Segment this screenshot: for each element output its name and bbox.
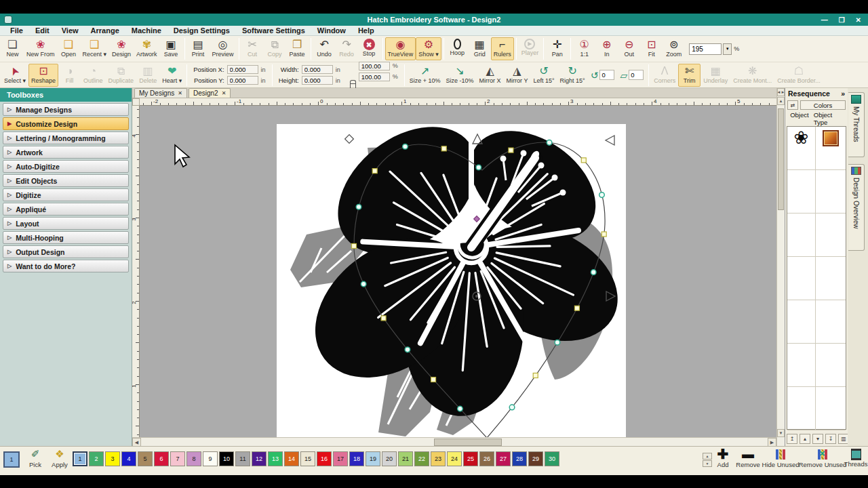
spin-up-icon[interactable]: ▲ xyxy=(703,453,712,460)
scale-input[interactable] xyxy=(359,62,390,70)
in-button[interactable]: ⊕In xyxy=(595,37,618,60)
scroll-down-icon[interactable]: ▼ xyxy=(777,429,785,437)
color-swatch-11[interactable]: 11 xyxy=(235,451,250,466)
zoom-dropdown-icon[interactable]: ▾ xyxy=(723,43,732,55)
toolbox-item-multi-hooping[interactable]: ▷Multi-Hooping xyxy=(3,231,129,244)
paste-button[interactable]: ❐Paste xyxy=(286,37,309,60)
menu-edit[interactable]: Edit xyxy=(29,26,56,35)
toolbox-item-want-to-do-more[interactable]: ▷Want to do More? xyxy=(3,260,129,272)
select-button[interactable]: ➤Select ▾ xyxy=(1,64,28,87)
corner-node[interactable] xyxy=(533,373,538,378)
corner-node[interactable] xyxy=(381,316,386,321)
color-swatch-14[interactable]: 14 xyxy=(284,451,299,466)
scroll-up-icon[interactable]: ▲ xyxy=(777,97,785,105)
color-swatch-28[interactable]: 28 xyxy=(512,451,527,466)
corner-node[interactable] xyxy=(509,148,513,152)
horizontal-scrollbar[interactable]: ◀ ▶ xyxy=(132,437,776,446)
color-swatch-29[interactable]: 29 xyxy=(528,451,543,466)
pan-button[interactable]: ✛Pan xyxy=(546,37,568,60)
color-swatch-25[interactable]: 25 xyxy=(463,451,478,466)
resequence-row[interactable] xyxy=(787,344,846,387)
color-swatch-4[interactable]: 4 xyxy=(121,451,136,466)
undo-button[interactable]: ↶Undo xyxy=(313,37,336,60)
menu-file[interactable]: File xyxy=(4,26,29,35)
design-workspace[interactable] xyxy=(140,106,776,437)
recent-button[interactable]: ❑Recent ▾ xyxy=(80,37,110,60)
vertical-scrollbar[interactable]: ◄► ▲ ▼ xyxy=(776,88,785,446)
print-button[interactable]: ▤Print xyxy=(187,37,210,60)
color-swatch-8[interactable]: 8 xyxy=(186,451,201,466)
curve-node[interactable] xyxy=(591,270,596,275)
size-10-button[interactable]: ↗Size + 10% xyxy=(407,64,443,87)
doc-tab-my-designs[interactable]: My Designs✕ xyxy=(134,88,187,98)
remove-color-button[interactable]: ▬ Remove xyxy=(735,447,761,474)
fit-button[interactable]: ⊡Fit xyxy=(640,37,663,60)
corner-node[interactable] xyxy=(431,378,436,382)
curve-node[interactable] xyxy=(405,347,410,352)
resequence-row[interactable] xyxy=(787,257,846,300)
toolbox-item-artwork[interactable]: ▷Artwork xyxy=(3,146,129,159)
column-object-type[interactable]: Object Type xyxy=(814,111,848,122)
color-swatch-13[interactable]: 13 xyxy=(268,451,283,466)
tab-design-overview[interactable]: Design Overview xyxy=(848,164,865,251)
embroidery-design[interactable] xyxy=(140,106,776,437)
color-swatch-12[interactable]: 12 xyxy=(252,451,267,466)
color-swatch-23[interactable]: 23 xyxy=(431,451,446,466)
hide-unused-button[interactable]: Hide Unused xyxy=(762,447,799,474)
right-15-button[interactable]: ↻Right 15° xyxy=(557,64,588,87)
color-swatch-19[interactable]: 19 xyxy=(366,451,380,466)
new-from-button[interactable]: ❀New From xyxy=(24,37,58,60)
color-swatch-30[interactable]: 30 xyxy=(545,451,559,466)
resequence-row[interactable]: ❀ xyxy=(787,127,846,170)
preview-button[interactable]: ◎Preview xyxy=(210,37,237,60)
curve-node[interactable] xyxy=(361,281,366,287)
close-icon[interactable]: ✕ xyxy=(856,16,861,24)
pick-color-button[interactable]: ✐ Pick xyxy=(23,447,47,474)
save-button[interactable]: ▣Save xyxy=(160,37,182,60)
color-swatch-7[interactable]: 7 xyxy=(170,451,185,466)
size-10-button[interactable]: ↘Size -10% xyxy=(443,64,477,87)
menu-machine[interactable]: Machine xyxy=(125,26,167,35)
trueview-button[interactable]: ◉TrueView xyxy=(385,37,416,60)
menu-design-settings[interactable]: Design Settings xyxy=(167,26,236,35)
toolbox-item-auto-digitize[interactable]: ▷Auto-Digitize xyxy=(3,160,129,173)
color-swatch-20[interactable]: 20 xyxy=(382,451,397,466)
move-bottom-icon[interactable]: ↧ xyxy=(825,434,836,444)
corner-node[interactable] xyxy=(581,158,586,163)
apply-color-button[interactable]: ❖ Apply xyxy=(47,447,72,474)
toolbox-item-manage-designs[interactable]: ▷Manage Designs xyxy=(3,103,129,116)
curve-node[interactable] xyxy=(458,406,463,411)
curve-node[interactable] xyxy=(356,204,361,209)
corner-node[interactable] xyxy=(372,169,377,174)
toolbox-item-customize-design[interactable]: ▶Customize Design xyxy=(3,117,129,130)
curve-node[interactable] xyxy=(509,405,515,410)
menu-arrange[interactable]: Arrange xyxy=(85,26,125,35)
remove-unused-button[interactable]: ✕ Remove Unused xyxy=(800,447,845,474)
colors-button[interactable]: Colors xyxy=(800,100,846,110)
mirror-x-button[interactable]: ◭Mirror X xyxy=(477,64,504,87)
restore-icon[interactable]: ❐ xyxy=(839,16,845,24)
menu-window[interactable]: Window xyxy=(311,26,352,35)
rulers-button[interactable]: ⌐Rulers xyxy=(491,37,514,60)
trim-button[interactable]: ✄Trim xyxy=(678,64,701,87)
left-15-button[interactable]: ↺Left 15° xyxy=(530,64,557,87)
color-swatch-9[interactable]: 9 xyxy=(203,451,218,466)
color-swatch-24[interactable]: 24 xyxy=(447,451,462,466)
hoop-button[interactable]: Hoop xyxy=(446,37,469,60)
corner-node[interactable] xyxy=(601,232,606,237)
stop-button[interactable]: ✖Stop xyxy=(358,37,380,60)
collapse-panel-icon[interactable]: » xyxy=(841,89,845,98)
color-swatch-17[interactable]: 17 xyxy=(333,451,348,466)
design-button[interactable]: ❀Design xyxy=(109,37,134,60)
mirror-y-button[interactable]: ◮Mirror Y xyxy=(504,64,531,87)
curve-node[interactable] xyxy=(555,340,560,345)
vertical-scroll-thumb[interactable] xyxy=(778,108,784,210)
toolbox-item-edit-objects[interactable]: ▷Edit Objects xyxy=(3,174,129,187)
color-swatch-21[interactable]: 21 xyxy=(398,451,413,466)
color-swatch-5[interactable]: 5 xyxy=(138,451,153,466)
curve-node[interactable] xyxy=(403,144,408,149)
doc-tab-design2[interactable]: Design2✕ xyxy=(189,88,231,98)
horizontal-scroll-thumb[interactable] xyxy=(434,439,502,446)
curve-node[interactable] xyxy=(599,192,605,198)
move-up-icon[interactable]: ▴ xyxy=(800,434,810,444)
